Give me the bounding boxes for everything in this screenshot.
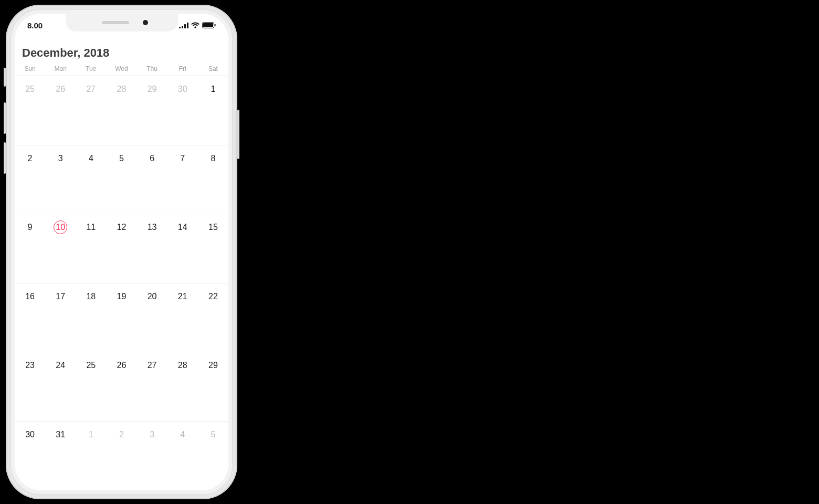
day-number: 13 (145, 220, 159, 234)
day-number: 19 (114, 290, 128, 303)
weekday-sat: Sat (198, 65, 228, 72)
calendar-grid: 2526272829301234567891011121314151617181… (15, 76, 228, 490)
calendar-day-cell[interactable]: 20 (137, 284, 167, 353)
day-number: 16 (23, 290, 37, 303)
day-number: 1 (206, 82, 220, 96)
calendar-day-cell[interactable]: 26 (106, 352, 136, 422)
calendar-day-cell[interactable]: 25 (76, 352, 106, 422)
day-number: 15 (206, 220, 220, 234)
svg-rect-1 (182, 26, 183, 28)
calendar-day-cell[interactable]: 19 (106, 284, 136, 353)
calendar-day-cell[interactable]: 28 (167, 352, 198, 422)
phone-bezel: 8.00 December, 2018 Sun (10, 9, 233, 495)
calendar-day-cell[interactable]: 11 (76, 214, 106, 284)
calendar-day-cell[interactable]: 21 (167, 284, 198, 353)
calendar-day-cell[interactable]: 4 (76, 145, 106, 215)
calendar-day-cell[interactable]: 31 (45, 422, 76, 491)
screen: 8.00 December, 2018 Sun (15, 14, 228, 490)
day-number: 23 (23, 359, 37, 372)
calendar-day-cell[interactable]: 18 (76, 284, 106, 353)
calendar-day-cell[interactable]: 6 (137, 145, 167, 215)
calendar-day-cell[interactable]: 8 (198, 145, 228, 215)
day-number: 27 (84, 82, 98, 96)
day-number: 27 (145, 359, 159, 372)
calendar-day-cell[interactable]: 2 (15, 145, 45, 215)
day-number: 24 (54, 359, 67, 372)
svg-point-4 (194, 26, 196, 28)
day-number: 1 (84, 428, 98, 442)
day-number: 22 (206, 290, 220, 303)
calendar-day-cell[interactable]: 14 (167, 214, 198, 284)
calendar-day-cell[interactable]: 27 (76, 76, 106, 145)
calendar-day-cell[interactable]: 13 (137, 214, 167, 284)
speaker-grille (102, 21, 129, 24)
day-number: 30 (23, 428, 37, 442)
day-number: 25 (84, 359, 98, 372)
calendar-day-cell[interactable]: 1 (198, 76, 228, 145)
day-number: 28 (114, 82, 128, 96)
calendar-day-cell[interactable]: 9 (15, 214, 45, 284)
day-number: 3 (54, 152, 67, 165)
calendar-day-cell[interactable]: 5 (198, 422, 228, 491)
month-title: December, 2018 (15, 37, 228, 65)
weekday-thu: Thu (137, 65, 167, 72)
day-number: 14 (176, 220, 190, 234)
day-number: 26 (114, 359, 128, 372)
calendar-day-cell[interactable]: 30 (167, 76, 198, 145)
day-number: 11 (84, 220, 98, 234)
calendar-day-cell[interactable]: 2 (106, 422, 136, 491)
calendar-day-cell[interactable]: 29 (198, 352, 228, 422)
calendar-day-cell[interactable]: 23 (15, 352, 45, 422)
phone-frame: 8.00 December, 2018 Sun (6, 5, 237, 499)
calendar-day-cell[interactable]: 16 (15, 284, 45, 353)
calendar-day-cell[interactable]: 29 (137, 76, 167, 145)
day-number: 28 (176, 359, 190, 372)
calendar-day-cell[interactable]: 22 (198, 284, 228, 353)
day-number: 18 (84, 290, 98, 303)
calendar-day-cell[interactable]: 5 (106, 145, 136, 215)
weekday-sun: Sun (15, 65, 45, 72)
calendar-day-cell[interactable]: 12 (106, 214, 136, 284)
weekday-mon: Mon (45, 65, 76, 72)
svg-rect-2 (184, 24, 186, 28)
calendar-day-cell[interactable]: 30 (15, 422, 45, 491)
calendar-day-cell[interactable]: 27 (137, 352, 167, 422)
calendar-day-cell[interactable]: 17 (45, 284, 76, 353)
svg-rect-7 (215, 24, 216, 27)
day-number: 21 (176, 290, 190, 303)
calendar-day-cell[interactable]: 3 (45, 145, 76, 215)
day-number: 31 (54, 428, 67, 442)
day-number: 7 (176, 152, 190, 165)
svg-rect-0 (179, 27, 181, 28)
weekday-wed: Wed (106, 65, 136, 72)
svg-rect-3 (187, 23, 188, 28)
day-number: 6 (145, 152, 159, 165)
calendar-day-cell[interactable]: 3 (137, 422, 167, 491)
day-number: 20 (145, 290, 159, 303)
calendar-day-cell[interactable]: 25 (15, 76, 45, 145)
day-number: 25 (23, 82, 37, 96)
calendar-day-cell[interactable]: 26 (45, 76, 76, 145)
calendar-day-cell[interactable]: 10 (45, 214, 76, 284)
cellular-signal-icon (179, 23, 188, 28)
day-number: 30 (176, 82, 190, 96)
day-number: 5 (114, 152, 128, 165)
wifi-icon (191, 22, 200, 28)
notch (66, 14, 178, 32)
power-button (237, 110, 239, 159)
volume-up-button (4, 102, 6, 134)
calendar-day-cell[interactable]: 7 (167, 145, 198, 215)
day-number: 9 (23, 220, 37, 234)
calendar-day-cell[interactable]: 24 (45, 352, 76, 422)
weekday-header: Sun Mon Tue Wed Thu Fri Sat (15, 65, 228, 76)
day-number: 2 (114, 428, 128, 442)
status-time: 8.00 (27, 21, 43, 30)
day-number: 29 (206, 359, 220, 372)
weekday-fri: Fri (167, 65, 198, 72)
battery-icon (202, 22, 216, 28)
calendar-day-cell[interactable]: 15 (198, 214, 228, 284)
calendar-day-cell[interactable]: 4 (167, 422, 198, 491)
day-number: 8 (206, 152, 220, 165)
calendar-day-cell[interactable]: 1 (76, 422, 106, 491)
calendar-day-cell[interactable]: 28 (106, 76, 136, 145)
